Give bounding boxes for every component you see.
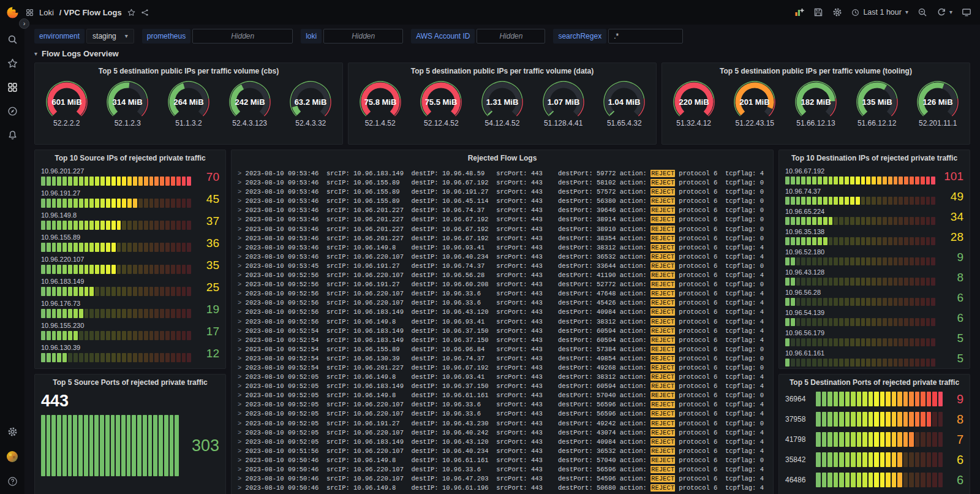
sidebar-expand-button[interactable]: › [19,18,29,29]
log-expand-chevron-icon[interactable]: > [238,420,246,427]
starred-dashboards-icon[interactable] [7,58,18,69]
log-line[interactable]: > 2023-08-10 09:53:46 srcIP: 10.96.201.2… [238,234,769,243]
log-expand-chevron-icon[interactable]: > [238,336,246,344]
log-expand-chevron-icon[interactable]: > [238,188,246,196]
panel-title[interactable]: Rejected Flow Logs [232,150,773,166]
save-dashboard-icon[interactable] [813,7,823,17]
log-line[interactable]: > 2023-08-10 09:52:56 srcIP: 10.96.183.1… [238,308,769,317]
log-line[interactable]: > 2023-08-10 09:52:05 srcIP: 10.96.220.1… [238,409,769,419]
log-expand-chevron-icon[interactable]: > [238,373,246,381]
log-expand-chevron-icon[interactable]: > [238,475,246,482]
variable-input[interactable]: Hidden [192,29,293,44]
panel-title[interactable]: Top 10 Destination IPs of rejected priva… [779,150,970,166]
search-icon[interactable] [7,34,18,45]
variable-input[interactable]: Hidden [477,29,545,44]
log-line[interactable]: > 2023-08-10 09:52:05 srcIP: 10.96.149.8… [238,391,769,400]
log-line[interactable]: > 2023-08-10 09:53:45 srcIP: 10.96.191.2… [238,262,769,271]
log-line[interactable]: > 2023-08-10 09:53:46 srcIP: 10.96.220.1… [238,253,769,262]
log-expand-chevron-icon[interactable]: > [238,170,246,177]
log-expand-chevron-icon[interactable]: > [238,429,246,436]
section-flow-logs-overview[interactable]: ▾ Flow Logs Overview [34,47,970,63]
log-expand-chevron-icon[interactable]: > [238,401,246,408]
log-line[interactable]: > 2023-08-10 09:50:46 srcIP: 10.96.149.8… [238,484,769,493]
log-expand-chevron-icon[interactable]: > [238,382,246,390]
log-expand-chevron-icon[interactable]: > [238,438,246,446]
log-expand-chevron-icon[interactable]: > [238,207,246,214]
panel-title[interactable]: Top 5 destination public IPs per traffic… [662,63,970,79]
log-expand-chevron-icon[interactable]: > [238,466,246,473]
log-expand-chevron-icon[interactable]: > [238,484,246,492]
log-line[interactable]: > 2023-08-10 09:52:05 srcIP: 10.96.220.1… [238,428,769,438]
log-expand-chevron-icon[interactable]: > [238,262,246,270]
variable-select[interactable]: staging▾ [86,29,134,44]
time-range-picker[interactable]: Last 1 hour ▾ [851,8,908,17]
log-line[interactable]: > 2023-08-10 09:53:46 srcIP: 10.96.149.8… [238,243,769,253]
panel-title[interactable]: Top 5 Source Ports of rejected private t… [35,374,225,390]
log-line[interactable]: > 2023-08-10 09:53:46 srcIP: 10.96.201.2… [238,206,769,215]
log-line[interactable]: > 2023-08-10 09:52:05 srcIP: 10.96.149.8… [238,373,769,382]
log-expand-chevron-icon[interactable]: > [238,410,246,417]
log-expand-chevron-icon[interactable]: > [238,253,246,260]
zoom-out-icon[interactable] [918,7,927,17]
log-expand-chevron-icon[interactable]: > [238,308,246,316]
panel-title[interactable]: Top 5 destination public IPs per traffic… [35,63,342,79]
log-line[interactable]: > 2023-08-10 09:53:46 srcIP: 10.96.201.2… [238,225,769,234]
alerting-bell-icon[interactable] [7,130,18,140]
log-expand-chevron-icon[interactable]: > [238,179,246,186]
star-icon[interactable] [127,9,135,17]
add-panel-icon[interactable] [794,7,804,17]
log-line[interactable]: > 2023-08-10 09:52:56 srcIP: 10.96.220.1… [238,289,769,298]
log-line[interactable]: > 2023-08-10 09:52:54 srcIP: 10.96.130.3… [238,354,769,363]
log-expand-chevron-icon[interactable]: > [238,346,246,353]
log-line[interactable]: > 2023-08-10 09:52:56 srcIP: 10.96.220.1… [238,271,769,280]
log-expand-chevron-icon[interactable]: > [238,355,246,362]
panel-title[interactable]: Top 5 Destination Ports of rejected priv… [779,374,970,390]
breadcrumb-app[interactable]: Loki [39,8,54,17]
log-line[interactable]: > 2023-08-10 09:52:54 srcIP: 10.96.183.1… [238,327,769,336]
tv-mode-icon[interactable] [962,7,971,17]
panel-title[interactable]: Top 5 destination public IPs per traffic… [349,63,656,79]
dashboards-icon[interactable] [7,82,18,93]
log-line[interactable]: > 2023-08-10 09:52:56 srcIP: 10.96.191.2… [238,280,769,289]
gear-icon[interactable] [7,427,18,437]
variable-input[interactable]: .* [608,29,683,44]
log-line[interactable]: > 2023-08-10 09:52:05 srcIP: 10.96.220.1… [238,400,769,409]
log-line[interactable]: > 2023-08-10 09:52:05 srcIP: 10.96.183.1… [238,382,769,391]
log-expand-chevron-icon[interactable]: > [238,216,246,223]
log-expand-chevron-icon[interactable]: > [238,290,246,297]
panel-title[interactable]: Top 10 Source IPs of rejected private tr… [35,150,225,166]
log-expand-chevron-icon[interactable]: > [238,364,246,371]
log-line[interactable]: > 2023-08-10 09:52:56 srcIP: 10.96.149.8… [238,317,769,327]
log-line[interactable]: > 2023-08-10 09:53:46 srcIP: 10.96.155.8… [238,188,769,197]
log-line[interactable]: > 2023-08-10 09:53:46 srcIP: 10.96.201.2… [238,215,769,224]
log-line[interactable]: > 2023-08-10 09:53:46 srcIP: 10.96.155.8… [238,178,769,188]
help-icon[interactable] [7,476,18,487]
log-expand-chevron-icon[interactable]: > [238,327,246,335]
log-line[interactable]: > 2023-08-10 09:50:46 srcIP: 10.96.149.8… [238,456,769,465]
grafana-logo-icon[interactable] [6,6,19,19]
log-line[interactable]: > 2023-08-10 09:52:54 srcIP: 10.96.155.8… [238,345,769,354]
log-expand-chevron-icon[interactable]: > [238,447,246,455]
log-line[interactable]: > 2023-08-10 09:53:46 srcIP: 10.96.155.8… [238,197,769,206]
log-expand-chevron-icon[interactable]: > [238,299,246,306]
dashboard-settings-icon[interactable] [832,7,842,17]
log-expand-chevron-icon[interactable]: > [238,281,246,288]
log-expand-chevron-icon[interactable]: > [238,244,246,251]
refresh-interval-chevron-icon[interactable]: ▾ [949,9,952,15]
log-line[interactable]: > 2023-08-10 09:53:46 srcIP: 10.96.183.1… [238,169,769,178]
log-line[interactable]: > 2023-08-10 09:51:56 srcIP: 10.96.220.1… [238,447,769,456]
avatar[interactable] [6,450,18,463]
log-line[interactable]: > 2023-08-10 09:52:05 srcIP: 10.96.183.1… [238,438,769,447]
log-expand-chevron-icon[interactable]: > [238,457,246,464]
log-line[interactable]: > 2023-08-10 09:52:54 srcIP: 10.96.183.1… [238,336,769,345]
variable-input[interactable]: Hidden [323,29,403,44]
log-expand-chevron-icon[interactable]: > [238,235,246,242]
log-line[interactable]: > 2023-08-10 09:52:54 srcIP: 10.96.201.2… [238,363,769,373]
explore-icon[interactable] [7,106,18,116]
log-line[interactable]: > 2023-08-10 09:52:05 srcIP: 10.96.191.2… [238,419,769,428]
refresh-icon[interactable] [937,7,946,17]
log-line[interactable]: > 2023-08-10 09:50:46 srcIP: 10.96.220.1… [238,474,769,484]
share-icon[interactable] [141,9,149,17]
log-expand-chevron-icon[interactable]: > [238,226,246,233]
log-line[interactable]: > 2023-08-10 09:50:46 srcIP: 10.96.220.1… [238,465,769,474]
